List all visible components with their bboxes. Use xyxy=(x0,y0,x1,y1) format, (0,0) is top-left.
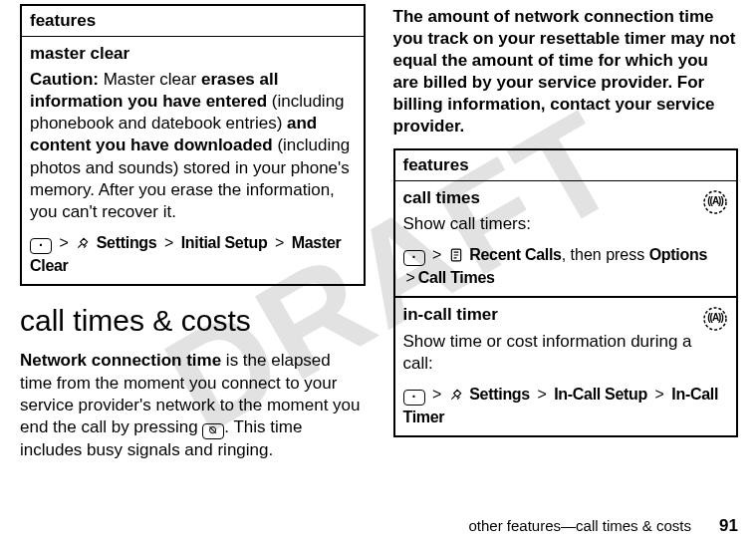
call-times-desc: Show call timers: xyxy=(403,213,729,235)
in-call-timer-title: in-call timer xyxy=(403,304,729,326)
svg-text:((A)): ((A)) xyxy=(707,312,723,323)
right-column: The amount of network connection time yo… xyxy=(393,4,739,471)
caution-label: Caution: xyxy=(30,70,99,89)
in-call-timer-cell: ((A)) in-call timer Show time or cost in… xyxy=(394,297,738,436)
center-key-icon xyxy=(403,250,425,266)
left-features-table: features master clear Caution: Master cl… xyxy=(20,4,366,286)
call-times-cell: ((A)) call times Show call timers: > Rec… xyxy=(394,180,738,297)
left-column: features master clear Caution: Master cl… xyxy=(20,4,366,471)
in-call-timer-crumb: > Settings > In-Call Setup > In-Call Tim… xyxy=(403,385,729,428)
center-key-icon xyxy=(403,390,425,406)
master-clear-crumb: > Settings > Initial Setup > Master Clea… xyxy=(30,233,356,277)
center-key-icon xyxy=(30,238,52,254)
svg-text:((A)): ((A)) xyxy=(707,195,723,206)
network-time-paragraph: Network connection time is the elapsed t… xyxy=(20,350,366,460)
call-times-title: call times xyxy=(403,187,729,209)
settings-icon xyxy=(449,387,463,408)
features-header-right: features xyxy=(394,149,738,181)
network-icon: ((A)) xyxy=(702,189,728,221)
settings-icon xyxy=(76,235,90,256)
master-clear-cell: master clear Caution: Master clear erase… xyxy=(21,37,365,286)
in-call-timer-desc: Show time or cost information during a c… xyxy=(403,331,729,375)
right-features-table: features ((A)) call times Show call time… xyxy=(393,148,739,438)
billing-disclaimer: The amount of network connection time yo… xyxy=(393,6,739,138)
footer-text: other features—call times & costs xyxy=(468,517,690,534)
end-key-icon xyxy=(202,423,224,439)
network-icon: ((A)) xyxy=(702,306,728,338)
page-number: 91 xyxy=(719,516,738,535)
features-header: features xyxy=(21,5,365,37)
page-content: features master clear Caution: Master cl… xyxy=(0,0,756,471)
recent-calls-icon xyxy=(449,247,463,268)
call-times-crumb: > Recent Calls, then press Options >Call… xyxy=(403,245,729,289)
page-footer: other features—call times & costs 91 xyxy=(468,516,738,536)
master-clear-title: master clear xyxy=(30,43,356,65)
section-heading: call times & costs xyxy=(20,304,366,338)
master-clear-caution: Caution: Master clear erases all informa… xyxy=(30,69,356,223)
